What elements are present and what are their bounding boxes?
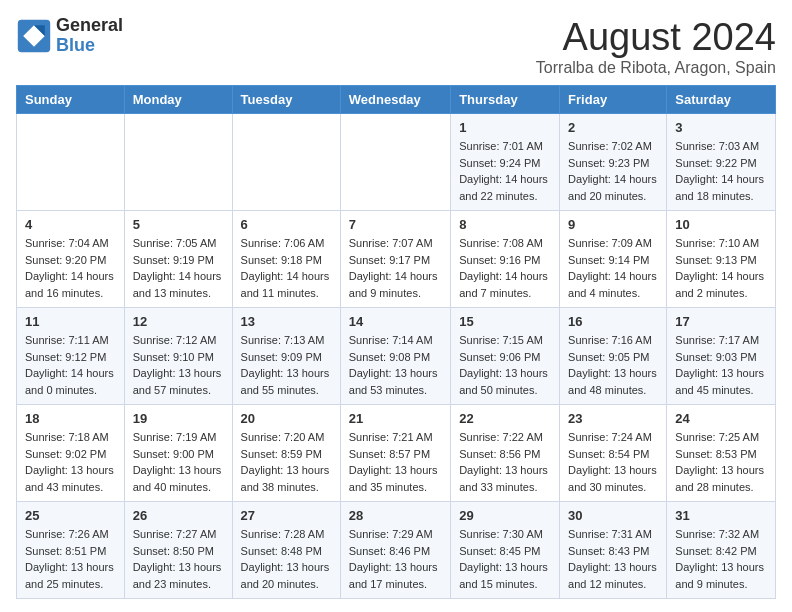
calendar-cell: 20Sunrise: 7:20 AM Sunset: 8:59 PM Dayli… <box>232 405 340 502</box>
day-info: Sunrise: 7:03 AM Sunset: 9:22 PM Dayligh… <box>675 138 767 204</box>
day-info: Sunrise: 7:26 AM Sunset: 8:51 PM Dayligh… <box>25 526 116 592</box>
day-info: Sunrise: 7:10 AM Sunset: 9:13 PM Dayligh… <box>675 235 767 301</box>
day-info: Sunrise: 7:31 AM Sunset: 8:43 PM Dayligh… <box>568 526 658 592</box>
calendar-cell: 9Sunrise: 7:09 AM Sunset: 9:14 PM Daylig… <box>560 211 667 308</box>
calendar-cell <box>124 114 232 211</box>
day-info: Sunrise: 7:32 AM Sunset: 8:42 PM Dayligh… <box>675 526 767 592</box>
day-info: Sunrise: 7:07 AM Sunset: 9:17 PM Dayligh… <box>349 235 442 301</box>
header-day-sunday: Sunday <box>17 86 125 114</box>
day-number: 13 <box>241 314 332 329</box>
week-row-4: 18Sunrise: 7:18 AM Sunset: 9:02 PM Dayli… <box>17 405 776 502</box>
calendar-cell: 7Sunrise: 7:07 AM Sunset: 9:17 PM Daylig… <box>340 211 450 308</box>
day-number: 28 <box>349 508 442 523</box>
day-info: Sunrise: 7:13 AM Sunset: 9:09 PM Dayligh… <box>241 332 332 398</box>
calendar-cell: 16Sunrise: 7:16 AM Sunset: 9:05 PM Dayli… <box>560 308 667 405</box>
day-number: 23 <box>568 411 658 426</box>
day-number: 25 <box>25 508 116 523</box>
calendar-cell: 13Sunrise: 7:13 AM Sunset: 9:09 PM Dayli… <box>232 308 340 405</box>
day-number: 11 <box>25 314 116 329</box>
day-info: Sunrise: 7:14 AM Sunset: 9:08 PM Dayligh… <box>349 332 442 398</box>
calendar-cell <box>340 114 450 211</box>
day-info: Sunrise: 7:11 AM Sunset: 9:12 PM Dayligh… <box>25 332 116 398</box>
day-info: Sunrise: 7:22 AM Sunset: 8:56 PM Dayligh… <box>459 429 551 495</box>
header-day-tuesday: Tuesday <box>232 86 340 114</box>
calendar-cell: 22Sunrise: 7:22 AM Sunset: 8:56 PM Dayli… <box>451 405 560 502</box>
calendar-cell: 10Sunrise: 7:10 AM Sunset: 9:13 PM Dayli… <box>667 211 776 308</box>
day-info: Sunrise: 7:20 AM Sunset: 8:59 PM Dayligh… <box>241 429 332 495</box>
calendar-cell: 17Sunrise: 7:17 AM Sunset: 9:03 PM Dayli… <box>667 308 776 405</box>
day-info: Sunrise: 7:18 AM Sunset: 9:02 PM Dayligh… <box>25 429 116 495</box>
day-number: 10 <box>675 217 767 232</box>
calendar-cell <box>17 114 125 211</box>
calendar-cell: 15Sunrise: 7:15 AM Sunset: 9:06 PM Dayli… <box>451 308 560 405</box>
day-number: 31 <box>675 508 767 523</box>
day-info: Sunrise: 7:01 AM Sunset: 9:24 PM Dayligh… <box>459 138 551 204</box>
calendar-cell: 31Sunrise: 7:32 AM Sunset: 8:42 PM Dayli… <box>667 502 776 599</box>
day-info: Sunrise: 7:29 AM Sunset: 8:46 PM Dayligh… <box>349 526 442 592</box>
day-info: Sunrise: 7:12 AM Sunset: 9:10 PM Dayligh… <box>133 332 224 398</box>
calendar-cell: 2Sunrise: 7:02 AM Sunset: 9:23 PM Daylig… <box>560 114 667 211</box>
day-info: Sunrise: 7:21 AM Sunset: 8:57 PM Dayligh… <box>349 429 442 495</box>
header-row: SundayMondayTuesdayWednesdayThursdayFrid… <box>17 86 776 114</box>
day-info: Sunrise: 7:28 AM Sunset: 8:48 PM Dayligh… <box>241 526 332 592</box>
day-info: Sunrise: 7:24 AM Sunset: 8:54 PM Dayligh… <box>568 429 658 495</box>
calendar-cell: 6Sunrise: 7:06 AM Sunset: 9:18 PM Daylig… <box>232 211 340 308</box>
day-number: 24 <box>675 411 767 426</box>
calendar-cell: 5Sunrise: 7:05 AM Sunset: 9:19 PM Daylig… <box>124 211 232 308</box>
day-number: 7 <box>349 217 442 232</box>
day-number: 20 <box>241 411 332 426</box>
day-info: Sunrise: 7:05 AM Sunset: 9:19 PM Dayligh… <box>133 235 224 301</box>
day-number: 21 <box>349 411 442 426</box>
calendar-cell: 29Sunrise: 7:30 AM Sunset: 8:45 PM Dayli… <box>451 502 560 599</box>
day-info: Sunrise: 7:19 AM Sunset: 9:00 PM Dayligh… <box>133 429 224 495</box>
calendar-cell: 11Sunrise: 7:11 AM Sunset: 9:12 PM Dayli… <box>17 308 125 405</box>
header-day-friday: Friday <box>560 86 667 114</box>
week-row-5: 25Sunrise: 7:26 AM Sunset: 8:51 PM Dayli… <box>17 502 776 599</box>
day-number: 17 <box>675 314 767 329</box>
location-title: Torralba de Ribota, Aragon, Spain <box>536 59 776 77</box>
day-number: 4 <box>25 217 116 232</box>
logo: General Blue <box>16 16 123 56</box>
header-day-thursday: Thursday <box>451 86 560 114</box>
calendar-cell: 12Sunrise: 7:12 AM Sunset: 9:10 PM Dayli… <box>124 308 232 405</box>
day-info: Sunrise: 7:09 AM Sunset: 9:14 PM Dayligh… <box>568 235 658 301</box>
day-number: 9 <box>568 217 658 232</box>
day-number: 18 <box>25 411 116 426</box>
calendar-cell: 26Sunrise: 7:27 AM Sunset: 8:50 PM Dayli… <box>124 502 232 599</box>
day-number: 3 <box>675 120 767 135</box>
day-info: Sunrise: 7:25 AM Sunset: 8:53 PM Dayligh… <box>675 429 767 495</box>
calendar-cell: 21Sunrise: 7:21 AM Sunset: 8:57 PM Dayli… <box>340 405 450 502</box>
logo-line2: Blue <box>56 36 123 56</box>
calendar-table: SundayMondayTuesdayWednesdayThursdayFrid… <box>16 85 776 599</box>
day-number: 27 <box>241 508 332 523</box>
day-info: Sunrise: 7:08 AM Sunset: 9:16 PM Dayligh… <box>459 235 551 301</box>
day-number: 1 <box>459 120 551 135</box>
day-number: 8 <box>459 217 551 232</box>
month-title: August 2024 <box>536 16 776 59</box>
day-info: Sunrise: 7:06 AM Sunset: 9:18 PM Dayligh… <box>241 235 332 301</box>
day-number: 19 <box>133 411 224 426</box>
calendar-cell: 14Sunrise: 7:14 AM Sunset: 9:08 PM Dayli… <box>340 308 450 405</box>
week-row-3: 11Sunrise: 7:11 AM Sunset: 9:12 PM Dayli… <box>17 308 776 405</box>
calendar-cell: 27Sunrise: 7:28 AM Sunset: 8:48 PM Dayli… <box>232 502 340 599</box>
day-number: 12 <box>133 314 224 329</box>
day-number: 22 <box>459 411 551 426</box>
page-header: General Blue August 2024 Torralba de Rib… <box>16 16 776 77</box>
day-info: Sunrise: 7:16 AM Sunset: 9:05 PM Dayligh… <box>568 332 658 398</box>
day-number: 16 <box>568 314 658 329</box>
day-number: 15 <box>459 314 551 329</box>
calendar-cell: 24Sunrise: 7:25 AM Sunset: 8:53 PM Dayli… <box>667 405 776 502</box>
day-info: Sunrise: 7:30 AM Sunset: 8:45 PM Dayligh… <box>459 526 551 592</box>
day-info: Sunrise: 7:02 AM Sunset: 9:23 PM Dayligh… <box>568 138 658 204</box>
calendar-cell: 19Sunrise: 7:19 AM Sunset: 9:00 PM Dayli… <box>124 405 232 502</box>
calendar-cell: 3Sunrise: 7:03 AM Sunset: 9:22 PM Daylig… <box>667 114 776 211</box>
calendar-cell: 30Sunrise: 7:31 AM Sunset: 8:43 PM Dayli… <box>560 502 667 599</box>
calendar-cell: 28Sunrise: 7:29 AM Sunset: 8:46 PM Dayli… <box>340 502 450 599</box>
logo-text: General Blue <box>56 16 123 56</box>
day-number: 29 <box>459 508 551 523</box>
week-row-1: 1Sunrise: 7:01 AM Sunset: 9:24 PM Daylig… <box>17 114 776 211</box>
title-area: August 2024 Torralba de Ribota, Aragon, … <box>536 16 776 77</box>
calendar-cell: 4Sunrise: 7:04 AM Sunset: 9:20 PM Daylig… <box>17 211 125 308</box>
day-info: Sunrise: 7:27 AM Sunset: 8:50 PM Dayligh… <box>133 526 224 592</box>
week-row-2: 4Sunrise: 7:04 AM Sunset: 9:20 PM Daylig… <box>17 211 776 308</box>
